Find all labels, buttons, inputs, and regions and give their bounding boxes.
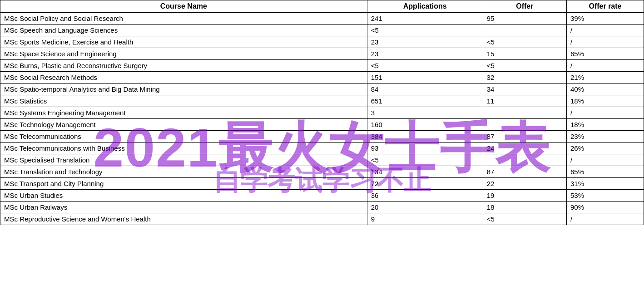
table-row: MSc Urban Railways201890% xyxy=(0,202,644,213)
cell-offer: 11 xyxy=(483,95,566,107)
cell-applications: 84 xyxy=(367,84,483,95)
cell-course-name: MSc Social Policy and Social Research xyxy=(0,13,367,25)
cell-offer-rate: / xyxy=(566,25,644,36)
cell-course-name: MSc Translation and Technology xyxy=(0,166,367,178)
cell-course-name: MSc Social Research Methods xyxy=(0,72,367,84)
table-row: MSc Telecommunications with Business9324… xyxy=(0,143,644,154)
table-row: MSc Sports Medicine, Exercise and Health… xyxy=(0,36,644,48)
cell-applications: 384 xyxy=(367,131,483,143)
cell-offer: 87 xyxy=(483,166,566,178)
cell-offer xyxy=(483,25,566,36)
cell-applications: <5 xyxy=(367,25,483,36)
cell-applications: 134 xyxy=(367,166,483,178)
cell-applications: 651 xyxy=(367,95,483,107)
cell-applications: 36 xyxy=(367,190,483,202)
table-row: MSc Specialised Translation<5/ xyxy=(0,154,644,166)
table-row: MSc Space Science and Engineering231565% xyxy=(0,48,644,60)
cell-applications: 9 xyxy=(367,213,483,225)
cell-offer: 19 xyxy=(483,190,566,202)
cell-offer-rate: 23% xyxy=(566,131,644,143)
cell-offer-rate: 65% xyxy=(566,48,644,60)
cell-offer-rate: 26% xyxy=(566,143,644,154)
data-table: Course Name Applications Offer Offer rat… xyxy=(0,0,644,225)
cell-offer: <5 xyxy=(483,36,566,48)
cell-course-name: MSc Technology Management xyxy=(0,119,367,131)
cell-offer-rate: / xyxy=(566,213,644,225)
cell-course-name: MSc Reproductive Science and Women's Hea… xyxy=(0,213,367,225)
cell-course-name: MSc Burns, Plastic and Reconstructive Su… xyxy=(0,60,367,72)
table-row: MSc Speech and Language Sciences<5/ xyxy=(0,25,644,36)
cell-applications: <5 xyxy=(367,60,483,72)
cell-offer: 15 xyxy=(483,48,566,60)
cell-applications: 3 xyxy=(367,107,483,119)
cell-applications: 23 xyxy=(367,36,483,48)
cell-course-name: MSc Telecommunications with Business xyxy=(0,143,367,154)
cell-offer: 87 xyxy=(483,131,566,143)
cell-course-name: MSc Spatio-temporal Analytics and Big Da… xyxy=(0,84,367,95)
cell-offer-rate: 40% xyxy=(566,84,644,95)
cell-offer-rate: / xyxy=(566,154,644,166)
table-row: MSc Social Research Methods1513221% xyxy=(0,72,644,84)
cell-offer: 22 xyxy=(483,178,566,190)
cell-offer-rate: 18% xyxy=(566,119,644,131)
cell-offer-rate: 39% xyxy=(566,13,644,25)
cell-course-name: MSc Sports Medicine, Exercise and Health xyxy=(0,36,367,48)
cell-course-name: MSc Speech and Language Sciences xyxy=(0,25,367,36)
cell-course-name: MSc Urban Studies xyxy=(0,190,367,202)
cell-offer xyxy=(483,119,566,131)
cell-offer: 34 xyxy=(483,84,566,95)
cell-applications: 151 xyxy=(367,72,483,84)
cell-applications: 160 xyxy=(367,119,483,131)
cell-offer: 32 xyxy=(483,72,566,84)
cell-offer: <5 xyxy=(483,60,566,72)
cell-applications: 93 xyxy=(367,143,483,154)
cell-applications: 241 xyxy=(367,13,483,25)
table-row: MSc Statistics6511118% xyxy=(0,95,644,107)
table-row: MSc Spatio-temporal Analytics and Big Da… xyxy=(0,84,644,95)
cell-applications: <5 xyxy=(367,154,483,166)
header-course-name: Course Name xyxy=(0,0,367,13)
table-row: MSc Translation and Technology1348765% xyxy=(0,166,644,178)
table-row: MSc Transport and City Planning722231% xyxy=(0,178,644,190)
cell-offer xyxy=(483,107,566,119)
cell-course-name: MSc Telecommunications xyxy=(0,131,367,143)
cell-offer xyxy=(483,154,566,166)
cell-offer-rate: 18% xyxy=(566,95,644,107)
cell-offer-rate: 53% xyxy=(566,190,644,202)
cell-offer-rate: / xyxy=(566,36,644,48)
cell-offer-rate: / xyxy=(566,60,644,72)
header-row: Course Name Applications Offer Offer rat… xyxy=(0,0,644,13)
cell-offer-rate: 90% xyxy=(566,202,644,213)
cell-course-name: MSc Space Science and Engineering xyxy=(0,48,367,60)
cell-offer: 24 xyxy=(483,143,566,154)
cell-applications: 20 xyxy=(367,202,483,213)
cell-applications: 23 xyxy=(367,48,483,60)
cell-offer-rate: 21% xyxy=(566,72,644,84)
cell-offer: 18 xyxy=(483,202,566,213)
cell-course-name: MSc Specialised Translation xyxy=(0,154,367,166)
table-row: MSc Technology Management16018% xyxy=(0,119,644,131)
cell-offer-rate: 31% xyxy=(566,178,644,190)
table-row: MSc Urban Studies361953% xyxy=(0,190,644,202)
cell-course-name: MSc Transport and City Planning xyxy=(0,178,367,190)
table-row: MSc Systems Engineering Management3/ xyxy=(0,107,644,119)
table-container: Course Name Applications Offer Offer rat… xyxy=(0,0,644,295)
cell-offer-rate: 65% xyxy=(566,166,644,178)
cell-course-name: MSc Statistics xyxy=(0,95,367,107)
header-offer-rate: Offer rate xyxy=(566,0,644,13)
cell-offer: <5 xyxy=(483,213,566,225)
header-applications: Applications xyxy=(367,0,483,13)
table-row: MSc Burns, Plastic and Reconstructive Su… xyxy=(0,60,644,72)
cell-applications: 72 xyxy=(367,178,483,190)
cell-course-name: MSc Systems Engineering Management xyxy=(0,107,367,119)
cell-offer: 95 xyxy=(483,13,566,25)
table-row: MSc Reproductive Science and Women's Hea… xyxy=(0,213,644,225)
table-row: MSc Social Policy and Social Research241… xyxy=(0,13,644,25)
table-row: MSc Telecommunications3848723% xyxy=(0,131,644,143)
header-offer: Offer xyxy=(483,0,566,13)
cell-offer-rate: / xyxy=(566,107,644,119)
cell-course-name: MSc Urban Railways xyxy=(0,202,367,213)
